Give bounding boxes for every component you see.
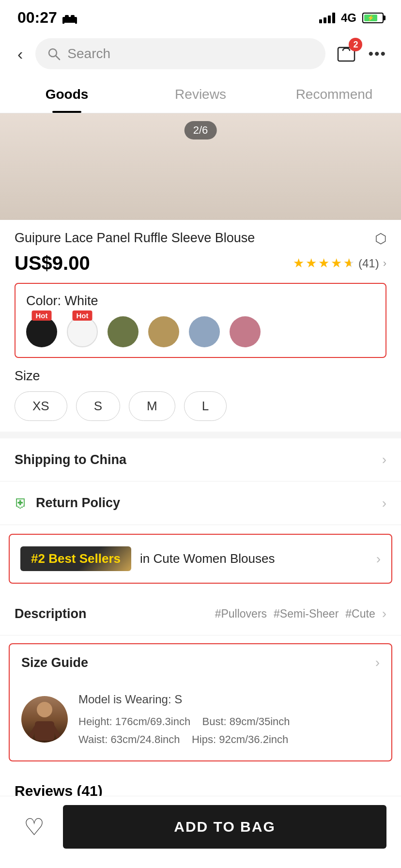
bottom-bar: ♡ ADD TO BAG [0,796,401,868]
svg-rect-1 [65,15,69,19]
swatch-blue-grey-wrap [189,316,220,347]
swatch-white[interactable] [67,316,98,347]
svg-rect-3 [62,21,64,24]
signal-bar-4 [332,13,335,23]
shipping-label: Shipping to China [15,452,126,467]
stars: ★ ★ ★ ★ ★★ [293,256,355,271]
description-chevron: › [382,606,386,621]
swatch-mauve[interactable] [230,316,261,347]
wishlist-button[interactable]: ♡ [15,807,53,846]
cart-button[interactable]: 2 [335,42,357,66]
nav-right: 2 ••• [335,42,386,66]
size-options: XS S M L [15,391,386,421]
model-wearing: Model is Wearing: S [78,690,290,710]
svg-rect-4 [75,21,77,24]
back-button[interactable]: ‹ [15,42,26,66]
network-label: 4G [341,11,356,25]
model-measurements: Model is Wearing: S Height: 176cm/69.3in… [78,690,290,749]
product-image-area: 2/6 [0,113,401,220]
size-guide-section: Size Guide › Model is Wearing: S Height:… [9,643,392,761]
model-avatar [21,696,68,743]
return-policy-left: ⛨ Return Policy [15,495,120,511]
product-info: Guipure Lace Panel Ruffle Sleeve Blouse … [0,220,401,358]
color-label: Color: White [26,294,375,309]
swatch-mauve-wrap [230,316,261,347]
share-icon[interactable]: ⬡ [375,231,386,247]
star-1: ★ [293,256,304,271]
size-label: Size [15,369,386,384]
image-counter: 2/6 [185,121,217,140]
tabs: Goods Reviews Recommend [0,76,401,113]
search-placeholder: Search [67,46,110,62]
search-bar[interactable]: Search [35,38,325,69]
rating-chevron: › [383,257,386,270]
product-price: US$9.00 [15,252,90,274]
more-button[interactable]: ••• [368,46,386,62]
svg-line-6 [56,56,60,60]
swatch-black-wrap: Hot [26,316,57,347]
rating-section[interactable]: ★ ★ ★ ★ ★★ (41) › [293,256,386,271]
color-section: Color: White Hot Hot [15,283,386,358]
shield-icon: ⛨ [15,495,28,511]
heart-icon: ♡ [24,813,45,840]
search-icon [47,47,61,61]
review-count: (41) [358,257,379,270]
star-4: ★ [331,256,342,271]
swatch-tan-wrap [148,316,179,347]
description-row[interactable]: Description #Pullovers #Semi-Sheer #Cute… [0,592,401,636]
add-to-bag-button[interactable]: ADD TO BAG [63,805,386,849]
color-swatches: Hot Hot [26,316,375,347]
size-m[interactable]: M [129,391,175,421]
shipping-chevron: › [382,452,386,467]
svg-point-8 [37,702,52,717]
star-3: ★ [318,256,329,271]
status-icons: 4G ⚡ [319,11,384,25]
swatch-blue-grey[interactable] [189,316,220,347]
signal-bar-1 [319,19,322,23]
star-5: ★★ [343,256,355,271]
description-label: Description [15,606,87,621]
tag-cute: #Cute [345,607,375,620]
svg-rect-0 [62,17,77,23]
product-title: Guipure Lace Panel Ruffle Sleeve Blouse [15,231,367,246]
shipping-row[interactable]: Shipping to China › [0,438,401,481]
size-guide-chevron: › [375,655,380,670]
size-s[interactable]: S [76,391,120,421]
svg-rect-9 [35,721,54,741]
size-guide-label: Size Guide [21,655,88,670]
model-waist-hips: Waist: 63cm/24.8inch Hips: 92cm/36.2inch [78,730,290,748]
return-policy-chevron: › [382,496,386,511]
price-rating-row: US$9.00 ★ ★ ★ ★ ★★ (41) › [15,252,386,274]
size-l[interactable]: L [184,391,227,421]
swatch-tan[interactable] [148,316,179,347]
product-title-row: Guipure Lace Panel Ruffle Sleeve Blouse … [15,231,386,247]
swatch-white-wrap: Hot [67,316,98,347]
bed-icon [62,12,77,24]
description-tags: #Pullovers #Semi-Sheer #Cute › [215,606,386,621]
tab-goods[interactable]: Goods [0,76,134,113]
battery: ⚡ [362,13,384,23]
hot-badge-white: Hot [73,310,93,321]
model-silhouette [21,696,68,743]
nav-bar: ‹ Search 2 ••• [0,31,401,76]
swatch-olive-wrap [108,316,139,347]
best-sellers-row: #2 Best Sellers in Cute Women Blouses › [0,525,401,592]
size-section: Size XS S M L [0,369,401,432]
size-xs[interactable]: XS [15,391,67,421]
return-policy-label: Return Policy [36,496,120,511]
tag-pullovers: #Pullovers [215,607,267,620]
tab-recommend[interactable]: Recommend [267,76,401,113]
model-height-bust: Height: 176cm/69.3inch Bust: 89cm/35inch [78,713,290,730]
swatch-black[interactable] [26,316,57,347]
tab-reviews[interactable]: Reviews [134,76,267,113]
best-sellers-chevron: › [376,551,381,567]
best-sellers-badge: #2 Best Sellers [20,546,131,571]
swatch-olive[interactable] [108,316,139,347]
status-bar: 00:27 4G ⚡ [0,0,401,31]
best-sellers-text: in Cute Women Blouses [140,551,376,566]
size-guide-header[interactable]: Size Guide › [10,644,391,681]
signal-bar-2 [324,17,326,23]
best-sellers-section[interactable]: #2 Best Sellers in Cute Women Blouses › [9,534,392,584]
return-policy-row[interactable]: ⛨ Return Policy › [0,481,401,525]
status-time: 00:27 [17,9,77,27]
